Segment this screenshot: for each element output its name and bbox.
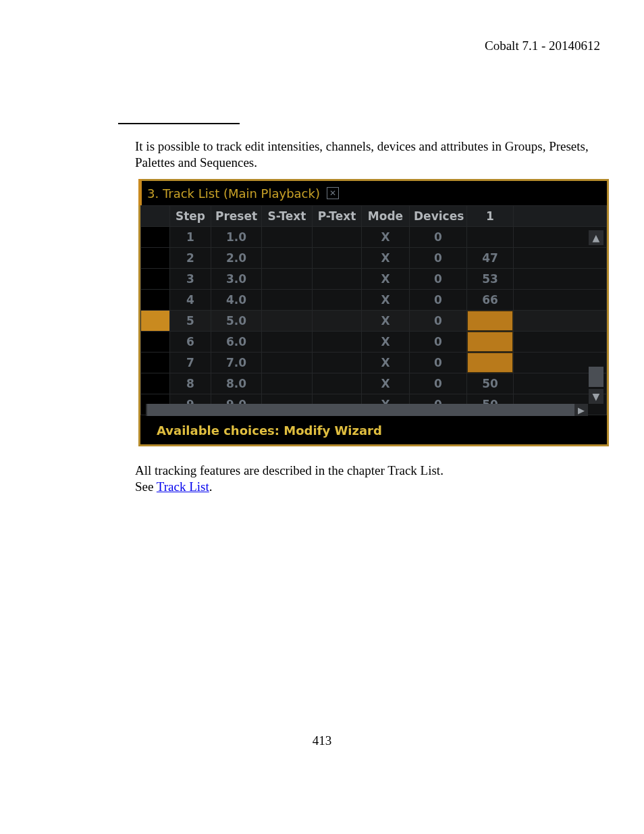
cell-ptext[interactable] (313, 269, 362, 290)
cell-mode[interactable]: X (362, 269, 410, 290)
cell-stext[interactable] (262, 290, 313, 311)
cell-step[interactable]: 2 (170, 248, 211, 269)
cell-value[interactable] (467, 353, 514, 373)
section-divider (118, 123, 240, 124)
cell-ptext[interactable] (313, 227, 362, 248)
cell-mode[interactable]: X (362, 248, 410, 269)
cell-ptext[interactable] (313, 248, 362, 269)
cell-stext[interactable] (262, 353, 313, 373)
cell-step[interactable]: 7 (170, 353, 211, 373)
cell-step[interactable]: 4 (170, 290, 211, 311)
table-row[interactable]: 55.0X0 (141, 311, 607, 332)
cell-stext[interactable] (262, 248, 313, 269)
footer-message: Available choices: Modify Wizard (157, 423, 382, 438)
cell-devices[interactable]: 0 (410, 248, 467, 269)
cell-ptext[interactable] (313, 290, 362, 311)
table-row[interactable]: 66.0X0 (141, 332, 607, 353)
cell-step[interactable]: 5 (170, 311, 211, 332)
column-ptext[interactable]: P-Text (313, 206, 362, 227)
cell-mode[interactable]: X (362, 353, 410, 373)
cell-devices[interactable]: 0 (410, 332, 467, 353)
cell-value[interactable] (467, 332, 514, 353)
cell-mode[interactable]: X (362, 290, 410, 311)
cell-rest (514, 269, 607, 290)
cell-step[interactable]: 8 (170, 373, 211, 394)
row-marker (141, 269, 170, 290)
cell-stext[interactable] (262, 311, 313, 332)
cell-ptext[interactable] (313, 373, 362, 394)
track-list-link[interactable]: Track List (157, 479, 209, 494)
column-marker (141, 206, 170, 227)
cell-preset[interactable]: 2.0 (211, 248, 262, 269)
followup-line1: All tracking features are described in t… (135, 463, 444, 477)
cell-mode[interactable]: X (362, 373, 410, 394)
cell-value[interactable]: 50 (467, 373, 514, 394)
hscroll-track[interactable] (147, 404, 587, 416)
column-preset[interactable]: Preset (211, 206, 262, 227)
cell-step[interactable]: 3 (170, 269, 211, 290)
column-rest (514, 206, 607, 227)
cell-value[interactable]: 53 (467, 269, 514, 290)
cell-stext[interactable] (262, 269, 313, 290)
table-row[interactable]: 44.0X066 (141, 290, 607, 311)
cell-step[interactable]: 6 (170, 332, 211, 353)
column-value-1[interactable]: 1 (467, 206, 514, 227)
row-marker (141, 373, 170, 394)
cell-mode[interactable]: X (362, 332, 410, 353)
cell-value[interactable]: 66 (467, 290, 514, 311)
cell-mode[interactable]: X (362, 311, 410, 332)
followup-paragraph: All tracking features are described in t… (135, 463, 601, 495)
cell-devices[interactable]: 0 (410, 311, 467, 332)
scroll-down-icon[interactable]: ▼ (589, 389, 603, 404)
table-row[interactable]: 77.0X0 (141, 353, 607, 373)
cell-value[interactable] (467, 227, 514, 248)
row-marker (141, 290, 170, 311)
column-mode[interactable]: Mode (362, 206, 410, 227)
table-row[interactable]: 88.0X050 (141, 373, 607, 394)
row-marker (141, 311, 170, 332)
table-row[interactable]: 33.0X053 (141, 269, 607, 290)
row-marker (141, 353, 170, 373)
close-icon[interactable]: ✕ (327, 187, 339, 199)
cell-step[interactable]: 1 (170, 227, 211, 248)
track-table[interactable]: Step Preset S-Text P-Text Mode Devices 1… (140, 205, 607, 415)
scroll-up-icon[interactable]: ▲ (589, 230, 603, 245)
followup-see: See (135, 479, 157, 494)
cell-devices[interactable]: 0 (410, 227, 467, 248)
cell-stext[interactable] (262, 332, 313, 353)
page-header: Cobalt 7.1 - 20140612 (485, 38, 600, 53)
cell-devices[interactable]: 0 (410, 290, 467, 311)
scroll-right-icon[interactable]: ▶ (574, 404, 588, 416)
track-list-window: 3. Track List (Main Playback) ✕ Step Pre… (138, 179, 609, 446)
titlebar: 3. Track List (Main Playback) ✕ (140, 181, 607, 205)
cell-rest (514, 290, 607, 311)
column-step[interactable]: Step (170, 206, 211, 227)
cell-preset[interactable]: 4.0 (211, 290, 262, 311)
column-devices[interactable]: Devices (410, 206, 467, 227)
intro-paragraph: It is possible to track edit intensities… (135, 138, 601, 171)
cell-mode[interactable]: X (362, 227, 410, 248)
cell-devices[interactable]: 0 (410, 353, 467, 373)
table-row[interactable]: 22.0X047 (141, 248, 607, 269)
cell-devices[interactable]: 0 (410, 373, 467, 394)
table-row[interactable]: 11.0X0 (141, 227, 607, 248)
cell-value[interactable] (467, 311, 514, 332)
cell-ptext[interactable] (313, 311, 362, 332)
cell-stext[interactable] (262, 373, 313, 394)
cell-preset[interactable]: 5.0 (211, 311, 262, 332)
cell-stext[interactable] (262, 227, 313, 248)
row-marker (141, 332, 170, 353)
column-stext[interactable]: S-Text (262, 206, 313, 227)
cell-preset[interactable]: 3.0 (211, 269, 262, 290)
cell-value[interactable]: 47 (467, 248, 514, 269)
cell-ptext[interactable] (313, 332, 362, 353)
cell-preset[interactable]: 1.0 (211, 227, 262, 248)
row-marker (141, 248, 170, 269)
cell-devices[interactable]: 0 (410, 269, 467, 290)
cell-ptext[interactable] (313, 353, 362, 373)
cell-preset[interactable]: 8.0 (211, 373, 262, 394)
window-title: 3. Track List (Main Playback) (140, 186, 320, 201)
scroll-thumb[interactable] (589, 367, 603, 387)
cell-preset[interactable]: 7.0 (211, 353, 262, 373)
cell-preset[interactable]: 6.0 (211, 332, 262, 353)
